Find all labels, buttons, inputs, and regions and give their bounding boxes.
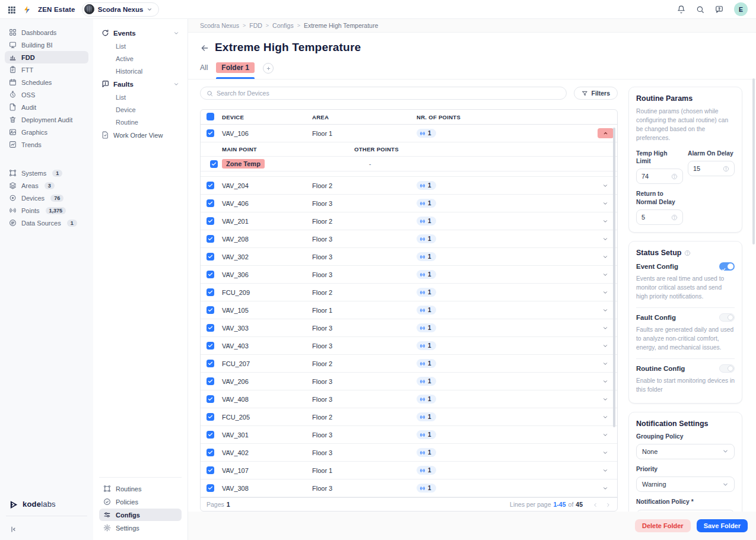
row-checkbox[interactable]	[207, 271, 214, 278]
table-row[interactable]: VAV_403Floor 31	[201, 337, 617, 355]
tab-folder-1[interactable]: Folder 1	[216, 62, 255, 79]
user-avatar[interactable]: E	[734, 2, 748, 16]
table-row[interactable]: VAV_201Floor 21	[201, 212, 617, 230]
global-search-icon[interactable]	[696, 4, 704, 15]
sidebar-item-trends[interactable]: Trends	[5, 138, 88, 151]
collapse-sidebar-icon[interactable]	[5, 523, 17, 533]
delete-folder-button[interactable]: Delete Folder	[635, 519, 691, 532]
breadcrumb-item[interactable]: Configs	[272, 22, 294, 29]
expand-row-button[interactable]	[602, 432, 608, 438]
sidebar-item-ftt[interactable]: FTT	[5, 63, 88, 76]
expand-row-button[interactable]	[602, 254, 608, 260]
table-row[interactable]: VAV_105Floor 11	[201, 301, 617, 319]
select-priority[interactable]: Warning	[636, 477, 735, 492]
expand-row-button[interactable]	[602, 307, 608, 313]
row-checkbox[interactable]	[207, 324, 214, 332]
row-checkbox[interactable]	[207, 306, 214, 314]
sidebar-item-deployment-audit[interactable]: Deployment Audit	[5, 113, 88, 126]
table-row[interactable]: FCU_205Floor 21	[201, 408, 617, 426]
table-row[interactable]: VAV_302Floor 31	[201, 248, 617, 266]
table-row[interactable]: VAV_306Floor 31	[201, 266, 617, 284]
subitem-work-order-view[interactable]: Work Order View	[99, 128, 182, 142]
subitem-events-active[interactable]: Active	[99, 52, 182, 65]
table-row[interactable]: VAV_308Floor 31	[201, 479, 617, 497]
row-checkbox[interactable]	[207, 199, 214, 207]
expand-row-button[interactable]	[602, 361, 608, 367]
subsidebar-item-policies[interactable]: Policies	[99, 495, 182, 508]
row-checkbox[interactable]	[207, 395, 214, 403]
row-checkbox[interactable]	[207, 413, 214, 421]
subitem-faults-device[interactable]: Device	[99, 103, 182, 116]
sidebar-item-oss[interactable]: OSS	[5, 88, 88, 101]
add-folder-button[interactable]	[263, 63, 274, 74]
row-checkbox[interactable]	[207, 129, 214, 137]
row-checkbox[interactable]	[207, 288, 214, 296]
sidebar-item-graphics[interactable]: Graphics	[5, 126, 88, 138]
next-page-icon[interactable]	[605, 501, 611, 508]
subsidebar-item-routines[interactable]: Routines	[99, 482, 182, 495]
expand-row-button[interactable]	[602, 485, 608, 491]
search-input[interactable]	[217, 90, 560, 97]
table-row[interactable]: VAV_408Floor 31	[201, 390, 617, 408]
toggle-fault-config[interactable]	[719, 313, 735, 322]
table-scrollbar[interactable]	[613, 128, 615, 427]
breadcrumb-item[interactable]: Extreme High Temperature	[304, 22, 378, 29]
save-folder-button[interactable]: Save Folder	[697, 519, 748, 532]
row-checkbox[interactable]	[207, 484, 214, 492]
row-checkbox[interactable]	[207, 253, 214, 261]
subitem-events-list[interactable]: List	[99, 40, 182, 52]
breadcrumb-item[interactable]: FDD	[249, 22, 262, 29]
row-checkbox[interactable]	[207, 431, 214, 439]
sidebar-item-systems[interactable]: Systems1	[5, 167, 88, 179]
subsidebar-item-configs[interactable]: Configs	[99, 509, 182, 521]
expand-row-button[interactable]	[602, 183, 608, 189]
expand-row-button[interactable]	[602, 236, 608, 242]
expand-row-button[interactable]	[602, 218, 608, 224]
tab-all[interactable]: All	[200, 62, 208, 79]
page-scrollbar[interactable]	[752, 78, 755, 244]
expand-row-button[interactable]	[602, 396, 608, 402]
expand-row-button[interactable]	[602, 325, 608, 331]
subitem-faults-list[interactable]: List	[99, 91, 182, 103]
row-checkbox[interactable]	[207, 182, 214, 189]
expand-row-button[interactable]	[602, 379, 608, 385]
sidebar-item-dashboards[interactable]: Dashboards	[5, 26, 88, 39]
filters-button[interactable]: Filters	[574, 87, 618, 100]
group-events[interactable]: Events	[99, 26, 182, 40]
sidebar-item-fdd[interactable]: FDD	[5, 51, 88, 63]
subsidebar-item-settings[interactable]: Settings	[99, 522, 182, 534]
point-checkbox[interactable]	[210, 160, 218, 168]
param-input[interactable]: 15	[693, 165, 723, 172]
table-row[interactable]: VAV_208Floor 31	[201, 230, 617, 248]
table-row[interactable]: VAV_402Floor 31	[201, 444, 617, 462]
sidebar-item-devices[interactable]: Devices76	[5, 192, 88, 204]
question-icon[interactable]	[684, 249, 691, 257]
sidebar-item-data-sources[interactable]: Data Sources1	[5, 217, 88, 229]
row-checkbox[interactable]	[207, 217, 214, 225]
sidebar-item-schedules[interactable]: Schedules	[5, 76, 88, 88]
table-row-expanded[interactable]: VAV_106Floor 11	[201, 125, 617, 142]
table-row[interactable]: VAV_107Floor 11	[201, 462, 617, 479]
param-input[interactable]: 74	[641, 173, 671, 180]
expand-row-button[interactable]	[602, 290, 608, 296]
sidebar-item-areas[interactable]: Areas3	[5, 179, 88, 192]
row-checkbox[interactable]	[207, 360, 214, 367]
select-grouping-policy[interactable]: None	[636, 444, 735, 459]
table-row[interactable]: FCU_207Floor 21	[201, 355, 617, 373]
param-input[interactable]: 5	[641, 214, 671, 221]
back-arrow-icon[interactable]	[200, 42, 209, 53]
expand-row-button[interactable]	[602, 468, 608, 474]
expand-row-button[interactable]	[602, 450, 608, 456]
table-row[interactable]: VAV_204Floor 21	[201, 177, 617, 195]
row-checkbox[interactable]	[207, 235, 214, 243]
subitem-faults-routine[interactable]: Routine	[99, 116, 182, 128]
point-row[interactable]: Zone Temp-	[201, 157, 617, 171]
sidebar-item-audit[interactable]: Audit	[5, 101, 88, 113]
expand-row-button[interactable]	[602, 272, 608, 278]
row-checkbox[interactable]	[207, 466, 214, 474]
current-page[interactable]: 1	[227, 501, 230, 508]
row-checkbox[interactable]	[207, 449, 214, 456]
expand-row-button[interactable]	[602, 414, 608, 420]
table-row[interactable]: VAV_301Floor 31	[201, 426, 617, 444]
select-all-checkbox[interactable]	[207, 113, 214, 120]
